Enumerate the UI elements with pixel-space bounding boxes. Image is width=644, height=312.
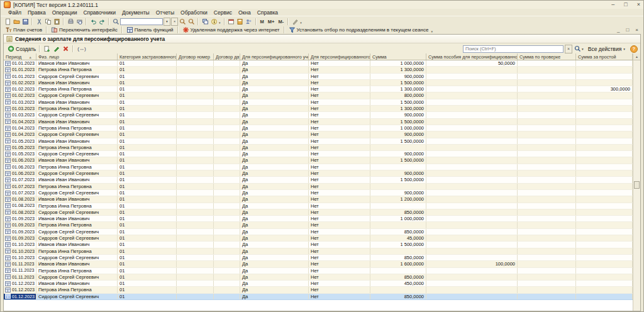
cell-category[interactable]: 01: [118, 92, 177, 98]
create-button[interactable]: Создать: [6, 45, 37, 52]
table-row[interactable]: 01.09.2023Сидоров Сергей Сергеевич01ДаНе…: [4, 235, 640, 242]
cell-uchet6[interactable]: Нет: [309, 203, 370, 209]
pen-button[interactable]: [291, 18, 299, 26]
cell-sum_check[interactable]: [518, 99, 576, 105]
search-magnifier-icon[interactable]: ▾: [574, 45, 584, 52]
cell-sum_check[interactable]: [518, 86, 576, 92]
cell-contract_number[interactable]: [177, 196, 214, 202]
cell-contract_date[interactable]: [214, 268, 240, 274]
cell-category[interactable]: 01: [118, 145, 177, 150]
cell-contract_number[interactable]: [177, 151, 214, 157]
cell-category[interactable]: 01: [118, 216, 177, 221]
cell-person[interactable]: Иванов Иван Иванович: [36, 99, 118, 105]
cell-period[interactable]: 01.08.2023: [4, 196, 36, 202]
search-clear-button[interactable]: ×: [565, 45, 572, 53]
menu-item-7[interactable]: Сервис: [211, 9, 235, 16]
cell-category[interactable]: 01: [118, 190, 177, 196]
cell-person[interactable]: Иванов Иван Иванович: [36, 261, 118, 267]
cell-sum_check[interactable]: [518, 261, 576, 267]
column-header-period[interactable]: Период▲: [4, 53, 36, 60]
cell-sum_idle[interactable]: [576, 145, 633, 150]
cell-contract_date[interactable]: [214, 294, 240, 299]
cell-contract_number[interactable]: [177, 86, 214, 92]
cell-period[interactable]: 01.07.2023: [4, 190, 36, 196]
cell-period[interactable]: 01.02.2023: [4, 86, 36, 92]
form-close-button[interactable]: ×: [635, 27, 638, 33]
cell-period[interactable]: 01.11.2023: [4, 261, 36, 267]
cell-contract_number[interactable]: [177, 216, 214, 221]
print-button[interactable]: [66, 18, 75, 26]
cell-uchet6[interactable]: Нет: [309, 164, 370, 170]
cell-contract_number[interactable]: [177, 281, 214, 286]
cell-period[interactable]: 01.09.2023: [4, 229, 36, 235]
cell-person[interactable]: Петрова Инна Петровна: [36, 86, 118, 92]
column-header-contract_date[interactable]: Договор дата: [214, 53, 240, 60]
cell-period[interactable]: 01.06.2023: [4, 170, 36, 176]
cell-uchet3[interactable]: Да: [240, 170, 309, 176]
cell-contract_date[interactable]: [214, 196, 240, 202]
cell-benefit3[interactable]: [426, 287, 518, 292]
cell-sum_check[interactable]: [518, 287, 576, 292]
cell-contract_number[interactable]: [177, 170, 214, 176]
table-row[interactable]: 01.09.2023Петрова Инна Петровна01ДаНет: [4, 222, 640, 228]
cell-benefit3[interactable]: [426, 74, 518, 79]
cell-uchet6[interactable]: Нет: [309, 255, 370, 260]
cell-period[interactable]: 01.04.2023: [4, 125, 36, 131]
cell-sum_idle[interactable]: [576, 138, 633, 144]
cell-sum[interactable]: 1 300,0000: [370, 86, 426, 92]
cell-category[interactable]: 01: [118, 281, 177, 286]
cell-sum_idle[interactable]: [576, 203, 633, 209]
menu-item-1[interactable]: Правка: [25, 9, 49, 16]
cell-sum_check[interactable]: [518, 67, 576, 72]
cell-person[interactable]: Сидоров Сергей Сергеевич: [36, 274, 118, 280]
cell-sum_check[interactable]: [518, 235, 576, 241]
cell-person[interactable]: Иванов Иван Иванович: [36, 138, 118, 144]
table-row[interactable]: 01.09.2023Сидоров Сергей Сергеевич01ДаНе…: [4, 229, 640, 235]
cell-contract_date[interactable]: [214, 86, 240, 92]
cell-period[interactable]: 01.12.2023: [4, 294, 36, 299]
cell-period[interactable]: 01.07.2023: [4, 177, 36, 182]
search-dropdown-icon[interactable]: ▾: [582, 47, 584, 51]
cell-category[interactable]: 01: [118, 86, 177, 92]
cell-sum_check[interactable]: [518, 164, 576, 170]
cell-person[interactable]: Иванов Иван Иванович: [36, 177, 118, 182]
cell-person[interactable]: Сидоров Сергей Сергеевич: [36, 229, 118, 235]
cell-person[interactable]: Иванов Иван Иванович: [36, 196, 118, 202]
form-restore-button[interactable]: □: [626, 27, 629, 33]
cell-uchet3[interactable]: Да: [240, 242, 309, 247]
table-row[interactable]: 01.07.2023Сидоров Сергей Сергеевич01ДаНе…: [4, 190, 640, 196]
cell-contract_number[interactable]: [177, 67, 214, 72]
cell-category[interactable]: 01: [118, 229, 177, 235]
cell-sum_check[interactable]: [518, 274, 576, 280]
cell-person[interactable]: Сидоров Сергей Сергеевич: [36, 190, 118, 196]
column-header-person[interactable]: Физ. лицо: [36, 53, 118, 60]
cell-contract_number[interactable]: [177, 235, 214, 241]
cell-sum[interactable]: 900,0000: [370, 112, 426, 118]
cell-sum_idle[interactable]: [576, 274, 633, 280]
cell-sum_check[interactable]: [518, 281, 576, 286]
column-header-uchet3[interactable]: Для персонифицированного учета 3: [240, 53, 309, 60]
cell-person[interactable]: Иванов Иван Иванович: [36, 60, 118, 66]
cell-sum_idle[interactable]: [576, 268, 633, 274]
cell-sum_idle[interactable]: [576, 80, 633, 86]
cell-contract_date[interactable]: [214, 222, 240, 228]
table-row[interactable]: 01.10.2023Иванов Иван Иванович01ДаНет1 5…: [4, 242, 640, 248]
cell-uchet6[interactable]: Нет: [309, 235, 370, 241]
cell-benefit3[interactable]: [426, 235, 518, 241]
cell-benefit3[interactable]: [426, 67, 518, 72]
restore-button[interactable]: □: [624, 2, 627, 8]
cell-category[interactable]: 01: [118, 157, 177, 163]
cell-category[interactable]: 01: [118, 203, 177, 209]
cell-person[interactable]: Сидоров Сергей Сергеевич: [36, 209, 118, 215]
cell-sum[interactable]: 800,0000: [370, 92, 426, 98]
quick-search-dropdown-icon[interactable]: ▾: [164, 18, 170, 26]
cell-contract_number[interactable]: [177, 190, 214, 196]
table-row[interactable]: 01.04.2023Иванов Иван Иванович01ДаНет1 5…: [4, 119, 640, 125]
switch-interface-button[interactable]: Переключить интерфейс: [49, 26, 119, 33]
cell-benefit3[interactable]: [426, 151, 518, 157]
cell-uchet3[interactable]: Да: [240, 281, 309, 286]
cell-sum[interactable]: 850,0000: [370, 274, 426, 280]
table-row[interactable]: 01.05.2023Иванов Иван Иванович01ДаНет1 5…: [4, 138, 640, 145]
calculator-button[interactable]: [236, 18, 245, 26]
cell-contract_date[interactable]: [214, 281, 240, 286]
